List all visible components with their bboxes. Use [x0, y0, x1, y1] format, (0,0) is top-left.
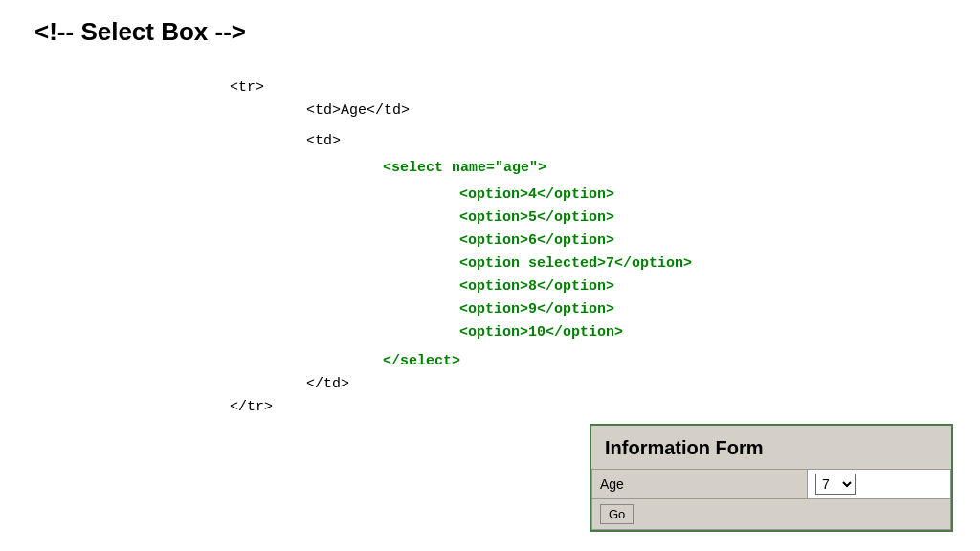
spacer1: [0, 122, 980, 130]
code-line-opt10: <option>10</option>: [0, 321, 980, 344]
age-label: Age: [592, 470, 808, 499]
code-line-opt7-selected: <option selected>7</option>: [0, 253, 980, 276]
page: <!-- Select Box --> <tr> <td>Age</td> <t…: [0, 0, 980, 551]
code-line-opt6: <option>6</option>: [0, 230, 980, 253]
age-select[interactable]: 4 5 6 7 8 9 10: [815, 474, 856, 495]
table-row-age: Age 4 5 6 7 8 9 10: [592, 470, 951, 499]
code-line-opt9: <option>9</option>: [0, 298, 980, 321]
code-line-opt8: <option>8</option>: [0, 276, 980, 298]
preview-box: Information Form Age 4 5 6 7 8 9 10: [590, 424, 953, 532]
preview-table: Age 4 5 6 7 8 9 10 Go: [591, 469, 951, 530]
code-line-td-close: </td>: [0, 373, 980, 396]
code-line-opt5: <option>5</option>: [0, 207, 980, 230]
code-area: <tr> <td>Age</td> <td> <select name="age…: [0, 77, 980, 419]
go-button[interactable]: Go: [600, 504, 634, 524]
code-line-opt4: <option>4</option>: [0, 184, 980, 207]
table-row-button: Go: [592, 499, 951, 530]
code-line-select-open: <select name="age">: [0, 157, 980, 180]
preview-title: Information Form: [591, 426, 951, 469]
age-select-cell[interactable]: 4 5 6 7 8 9 10: [808, 470, 951, 499]
code-line-select-close: </select>: [0, 350, 980, 373]
code-line-td-age: <td>Age</td>: [0, 99, 980, 122]
code-line-td-open: <td>: [0, 130, 980, 153]
code-line-tr-close: </tr>: [0, 396, 980, 419]
button-cell[interactable]: Go: [592, 499, 951, 530]
comment-heading: <!-- Select Box -->: [34, 17, 246, 47]
code-line-tr-open: <tr>: [0, 77, 980, 99]
